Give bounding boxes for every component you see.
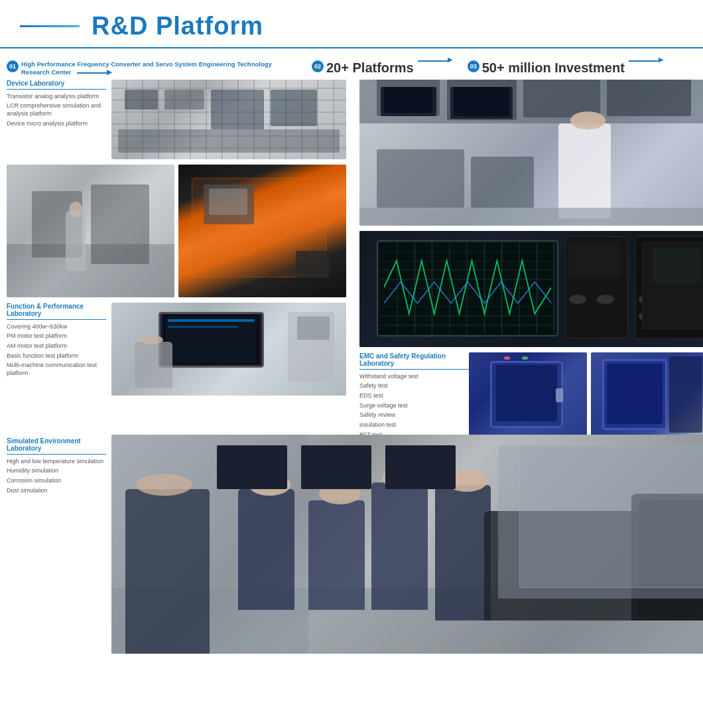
header-accent-line xyxy=(20,25,80,27)
sim-env-item-3: Corrosion simulation xyxy=(7,477,106,485)
arrow-deco-01 xyxy=(77,72,107,74)
func-perf-title: Function & Performance Laboratory xyxy=(7,303,106,320)
section-number-01: 01 xyxy=(7,60,19,72)
sim-chamber-image-left xyxy=(469,352,587,439)
arrow-deco-03 xyxy=(629,60,659,62)
device-lab-item-3: Device micro analysis platform xyxy=(7,120,106,128)
right-bottom-section: EMC and Safety Regulation Laboratory Wit… xyxy=(359,352,703,439)
sim-env-item-2: Humidity simulation xyxy=(7,467,106,475)
sim-env-item-1: High and low temperature simulation xyxy=(7,458,106,466)
manufacturing-image-right xyxy=(178,165,346,297)
func-perf-item-5: Multi-machine communication test platfor… xyxy=(7,362,106,377)
section-label-03: 03 50+ million Investment xyxy=(468,60,659,76)
device-lab-section: Device Laboratory Transistor analog anal… xyxy=(7,80,346,159)
emc-item-3: EDS test xyxy=(359,392,469,400)
device-lab-image xyxy=(111,80,346,159)
func-perf-item-3: AM motor test platform xyxy=(7,342,106,350)
page-header: R&D Platform xyxy=(0,0,703,48)
page-title: R&D Platform xyxy=(92,12,263,40)
manufacturing-section xyxy=(7,165,346,297)
right-top-image xyxy=(359,80,703,226)
emc-lab-title: EMC and Safety Regulation Laboratory xyxy=(359,352,469,370)
emc-item-4: Surge voltage test xyxy=(359,402,469,410)
emc-item-6: insulation test xyxy=(359,421,469,429)
section-label-02: 02 20+ Platforms xyxy=(312,60,448,76)
func-perf-item-1: Covering 400w~630kw xyxy=(7,323,106,331)
section-title-01: High Performance Frequency Converter and… xyxy=(21,60,292,77)
oscilloscope-image xyxy=(359,231,703,347)
emc-lab-text: EMC and Safety Regulation Laboratory Wit… xyxy=(359,352,469,439)
emc-item-2: Safety test xyxy=(359,382,469,390)
left-panel: Device Laboratory Transistor analog anal… xyxy=(7,80,352,439)
device-lab-item-2: LCR comprehensive simulation and analysi… xyxy=(7,102,106,117)
section-title-02: 20+ Platforms xyxy=(326,60,414,76)
device-lab-title: Device Laboratory xyxy=(7,80,106,90)
section-label-01: 01 High Performance Frequency Converter … xyxy=(7,60,292,77)
func-perf-image xyxy=(111,303,346,396)
right-panel: EMC and Safety Regulation Laboratory Wit… xyxy=(357,80,703,439)
func-perf-section: Function & Performance Laboratory Coveri… xyxy=(7,303,346,396)
manufacturing-image-left xyxy=(7,165,174,297)
sim-env-title: Simulated Environment Laboratory xyxy=(7,437,106,455)
section-number-02: 02 xyxy=(312,60,324,72)
section-title-03: 50+ million Investment xyxy=(482,60,625,76)
emc-item-1: Withstand voltage test xyxy=(359,373,469,381)
func-perf-text: Function & Performance Laboratory Coveri… xyxy=(7,303,111,396)
sim-env-images xyxy=(469,352,703,439)
device-lab-item-1: Transistor analog analysis platform xyxy=(7,93,106,101)
section-number-03: 03 xyxy=(468,60,479,72)
bottom-wide-image xyxy=(111,435,703,654)
sim-chamber-image-right xyxy=(591,352,704,439)
arrow-deco-02 xyxy=(418,60,448,62)
func-perf-item-4: Basic function test platform xyxy=(7,352,106,360)
device-lab-text: Device Laboratory Transistor analog anal… xyxy=(7,80,111,159)
sim-env-text: Simulated Environment Laboratory High an… xyxy=(7,437,111,524)
emc-item-5: Safety review xyxy=(359,411,469,419)
sim-env-item-4: Dust simulation xyxy=(7,487,106,495)
content-panels: Device Laboratory Transistor analog anal… xyxy=(0,80,703,439)
func-perf-item-2: PM motor test platform xyxy=(7,332,106,340)
section-labels-row: 01 High Performance Frequency Converter … xyxy=(0,55,703,80)
